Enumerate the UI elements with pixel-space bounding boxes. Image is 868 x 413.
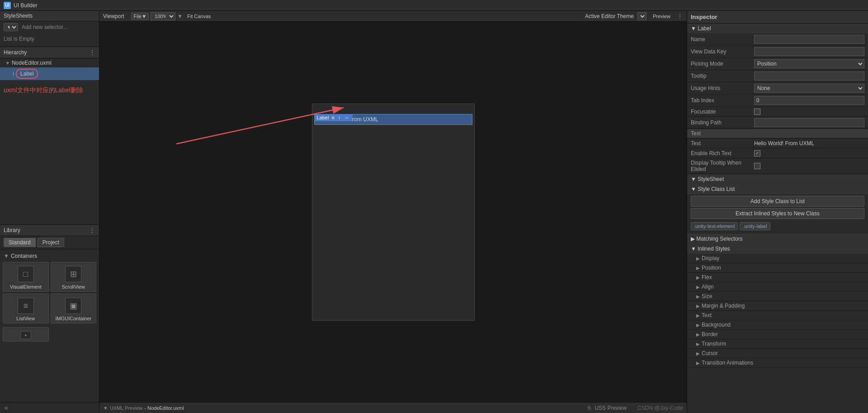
theme-dropdown[interactable]: ▼ (637, 12, 646, 20)
lib-item-scroll-view[interactable]: ⊞ ScrollView (51, 262, 97, 292)
inspector-row-text: Text Hello World! From UXML (687, 138, 868, 148)
zoom-select[interactable]: 100% 50% 200% (151, 12, 175, 20)
matching-selectors-header[interactable]: ▶ Matching Selectors (687, 234, 868, 244)
inlined-item-text[interactable]: ▶ Text (687, 311, 868, 320)
picking-mode-select[interactable]: Position Ignore TrickleDown (754, 59, 864, 68)
lib-item-list-view[interactable]: ≡ ListView (3, 294, 49, 323)
style-tag-unity-label[interactable]: .unity-label (740, 222, 770, 230)
theme-bar: Active Editor Theme ▼ Preview ⋮ (585, 12, 683, 20)
text-arrow-icon: ▶ (696, 313, 700, 318)
add-style-class-button[interactable]: Add Style Class to List (691, 196, 864, 207)
canvas-label-up-btn[interactable]: ↑ (337, 115, 342, 120)
transition-arrow-icon: ▶ (696, 361, 700, 366)
add-selector-row: ▼ Add new selector... (0, 21, 99, 33)
inspector-row-tooltip: Tooltip (687, 70, 868, 82)
margin-padding-arrow-icon: ▶ (696, 304, 700, 309)
active-editor-theme-label: Active Editor Theme (585, 13, 634, 19)
library-tabs: Standard Project (0, 236, 99, 249)
canvas-label-right-btn[interactable]: → (343, 115, 350, 120)
titlebar: UI UI Builder (0, 0, 868, 11)
inspector-label-section[interactable]: ▼ Label (687, 24, 868, 33)
hierarchy-item-label[interactable]: I Label (0, 67, 99, 80)
style-tag-unity-text-element[interactable]: .unity-text-element (691, 222, 738, 230)
flex-arrow-icon: ▶ (696, 275, 700, 280)
display-arrow-icon: ▶ (696, 256, 700, 261)
focusable-checkbox[interactable] (754, 109, 760, 115)
file-menu-button[interactable]: File▼ (131, 13, 149, 20)
lib-item-visual-element[interactable]: □ VisualElement (3, 262, 49, 292)
lib-item-extra[interactable]: ▪ (3, 327, 49, 342)
inspector-row-display-tooltip: Display Tooltip When Elided (687, 158, 868, 174)
lib-item-imgui-container[interactable]: ▣ IMGUIContainer (51, 294, 97, 323)
tab-standard[interactable]: Standard (4, 238, 36, 247)
inlined-item-transition[interactable]: ▶ Transition Animations (687, 358, 868, 368)
view-data-key-input[interactable] (754, 47, 864, 56)
tab-index-input[interactable] (754, 96, 864, 105)
border-arrow-icon: ▶ (696, 332, 700, 337)
canvas-area: Label ≡ ↑ → Hello World! From UXML (99, 22, 687, 402)
canvas-frame: Label ≡ ↑ → Hello World! From UXML (312, 104, 475, 321)
inspector-row-usage-hints: Usage Hints None DynamicTransform GroupT… (687, 82, 868, 95)
inlined-item-margin-padding[interactable]: ▶ Margin & Padding (687, 301, 868, 311)
center-panel: Viewport File▼ 100% 50% 200% ▼ Fit Canva… (99, 11, 687, 413)
inlined-item-transform[interactable]: ▶ Transform (687, 339, 868, 349)
inlined-item-flex[interactable]: ▶ Flex (687, 273, 868, 282)
inlined-item-border[interactable]: ▶ Border (687, 330, 868, 339)
style-class-tags: .unity-text-element .unity-label (691, 220, 864, 232)
library-header: Library ⋮ (0, 225, 99, 236)
style-class-list-header[interactable]: ▼ Style Class List (687, 184, 868, 194)
style-class-section: Add Style Class to List Extract Inlined … (687, 194, 868, 234)
stylesheet-section-header[interactable]: ▼ StyleSheet (687, 174, 868, 184)
inlined-styles-header[interactable]: ▼ Inlined Styles (687, 244, 868, 254)
viewport-header: Viewport File▼ 100% 50% 200% ▼ Fit Canva… (99, 11, 687, 22)
canvas-label-text-indicator: Label (317, 115, 329, 120)
inspector-panel: Inspector ▼ Label Name View Data Key Pic… (687, 11, 868, 413)
stylesheets-header: StyleSheets (0, 11, 99, 21)
cursor-arrow-icon: ▶ (696, 351, 700, 356)
inspector-row-picking-mode: Picking Mode Position Ignore TrickleDown (687, 58, 868, 70)
zoom-arrow-icon: ▼ (177, 13, 183, 19)
canvas-label-toolbar: Label ≡ ↑ → (314, 114, 353, 121)
inlined-item-align[interactable]: ▶ Align (687, 282, 868, 292)
inlined-item-background[interactable]: ▶ Background (687, 320, 868, 330)
list-empty-label: List is Empty (0, 33, 99, 45)
inspector-header: Inspector (687, 11, 868, 24)
viewport-more-button[interactable]: ⋮ (677, 13, 683, 20)
credit-label: CSDN @Jay-Code (637, 405, 683, 411)
hierarchy-item-node-editor[interactable]: ▼ NodeEditor.uxml (0, 58, 99, 67)
text-section-divider: Text (687, 129, 868, 138)
library-more-button[interactable]: ⋮ (89, 227, 95, 234)
enable-rich-text-checkbox[interactable] (754, 150, 760, 157)
bottom-right-bar: ⎘ USS Preview CSDN @Jay-Code (588, 405, 683, 411)
inlined-item-position[interactable]: ▶ Position (687, 263, 868, 273)
inspector-row-binding-path: Binding Path (687, 117, 868, 128)
inlined-item-cursor[interactable]: ▶ Cursor (687, 349, 868, 358)
fit-canvas-button[interactable]: Fit Canvas (184, 13, 214, 19)
inlined-item-size[interactable]: ▶ Size (687, 292, 868, 301)
left-panel: StyleSheets ▼ Add new selector... List i… (0, 11, 99, 413)
selector-type-select[interactable]: ▼ (4, 23, 18, 31)
canvas-label-wrapper: Label ≡ ↑ → Hello World! From UXML (312, 114, 474, 125)
preview-button[interactable]: Preview (650, 13, 673, 19)
viewport-title: Viewport (103, 13, 124, 19)
scroll-view-icon: ⊞ (65, 266, 81, 282)
extract-style-btn[interactable]: Extract Inlined Styles to New Class (691, 208, 864, 219)
inspector-rows: Name View Data Key Picking Mode Position… (687, 33, 868, 129)
inspector-row-focusable: Focusable (687, 107, 868, 117)
size-arrow-icon: ▶ (696, 294, 700, 299)
transform-arrow-icon: ▶ (696, 342, 700, 347)
binding-path-input[interactable] (754, 118, 864, 127)
display-tooltip-checkbox[interactable] (754, 163, 760, 169)
uss-link-icon: ⎘ (588, 405, 591, 411)
canvas-label-align-btn[interactable]: ≡ (330, 115, 335, 120)
tooltip-input[interactable] (754, 71, 864, 81)
hierarchy-more-button[interactable]: ⋮ (89, 49, 95, 56)
inlined-item-display[interactable]: ▶ Display (687, 254, 868, 263)
usage-hints-select[interactable]: None DynamicTransform GroupTransform (754, 84, 864, 93)
hierarchy-section: Hierarchy ⋮ ▼ NodeEditor.uxml I Label ux… (0, 47, 99, 225)
tab-project[interactable]: Project (38, 238, 64, 247)
add-selector-button[interactable]: Add new selector... (20, 23, 69, 31)
library-content: ▼ Containers □ VisualElement ⊞ ScrollVie… (0, 249, 99, 402)
name-input[interactable] (754, 35, 864, 44)
text-value: Hello World! From UXML (754, 140, 864, 147)
